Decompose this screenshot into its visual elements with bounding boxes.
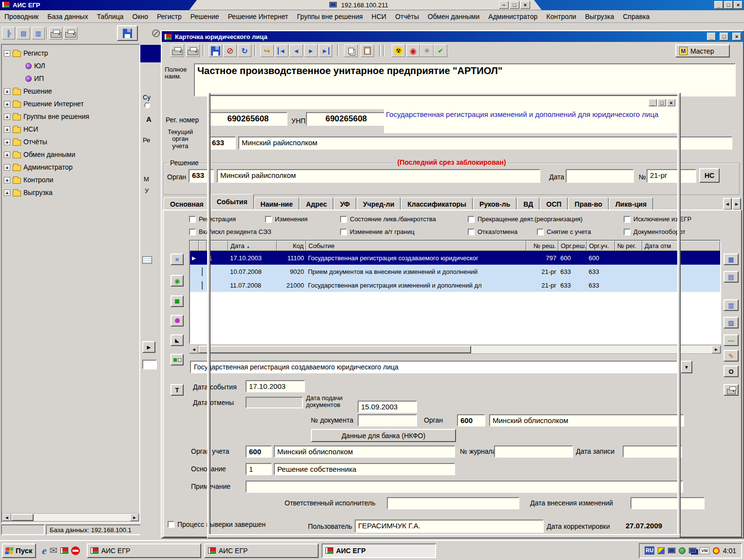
popup-close-button[interactable]: × [667,99,675,106]
grid-copy-view-button[interactable]: ▤ [724,271,739,283]
tab-naimenovanie[interactable]: Наим-ние [254,197,299,211]
save-big-button[interactable] [117,25,138,41]
tab-sobytiya[interactable]: События [210,194,254,209]
tab-adres[interactable]: Адрес [300,197,333,211]
tab-pravo[interactable]: Прав-во [568,197,609,211]
checkbox[interactable] [468,229,475,235]
menu-administrator[interactable]: Администратор [484,10,542,23]
card-close-button[interactable]: × [732,33,741,40]
minimize-button[interactable]: _ [714,1,723,9]
tree-node-administrator[interactable]: + Администратор [4,161,139,174]
checkbox[interactable] [265,216,272,223]
tree-scrollbar[interactable]: ◄ ► [2,513,139,521]
grid-scrollbar[interactable]: ◄ ► [189,345,721,354]
bank-data-button[interactable]: Данные для банка (НКФО) [311,429,456,442]
filter-refusal[interactable]: Отказ/отмена [468,228,517,235]
filter-docflow[interactable]: Документооборот [624,228,686,235]
decision-date-field[interactable] [566,169,634,183]
organ-code-field[interactable]: 600 [457,414,485,426]
grid-layout-button[interactable]: ▨ [724,317,739,328]
tree-node-groups[interactable]: + Группы вне решения [4,110,139,123]
user-field[interactable]: ГЕРАСИМЧУК Г.А. [355,520,544,533]
authority-code-field[interactable]: 633 [209,136,236,150]
rdp-minimize-button[interactable]: – [499,1,509,9]
expand-icon[interactable]: + [4,139,10,145]
master-button[interactable]: М Мастер [675,44,730,58]
menu-window[interactable]: Окно [128,10,153,23]
doc-num-field[interactable] [358,414,417,426]
tray-alarm-icon[interactable] [713,547,720,554]
tree-node-decision-internet[interactable]: + Решение Интернет [4,97,139,110]
header-reg-no[interactable]: № рег. [615,241,642,251]
grid-export-button[interactable]: ▦ [724,253,739,265]
card-titlebar[interactable]: Карточка юридического лица _ □ × [162,31,743,42]
header-decision-no[interactable]: № реш. [526,241,558,251]
tray-icon-1[interactable] [658,547,665,554]
play-button[interactable]: ► [142,341,155,353]
basis-name-field[interactable]: Решение собственника [274,463,455,475]
filter-exclusion[interactable]: Исключение из ЕГР [624,215,691,223]
account-name-field[interactable]: Минский облисполком [274,445,455,458]
header-date[interactable]: Дата ▲ [228,241,277,251]
filter-termination[interactable]: Прекращение деят.(реорганизация) [468,215,583,223]
card-refresh-button[interactable]: ↻ [238,44,251,57]
table-row-selected[interactable]: ▶ 1 17.10.2003 11100 Государственная рег… [190,251,720,265]
close-button[interactable]: × [734,1,743,9]
table-row[interactable]: 10.07.2008 9020 Прием документов на внес… [190,265,720,278]
checkbox[interactable] [624,216,630,223]
paste-button[interactable] [361,44,374,57]
radiation-button[interactable]: ☢ [392,44,405,57]
card-print-setup-button[interactable] [171,44,184,57]
expand-icon[interactable]: + [4,101,10,107]
grid-edit-button[interactable]: ✎ [724,350,739,362]
menu-database[interactable]: База данных [43,10,92,23]
checkbox[interactable] [537,229,544,235]
menu-provodnik[interactable]: Проводник [0,10,43,23]
scroll-right-arrow[interactable]: ► [130,514,139,521]
letter-o-button[interactable]: О [724,366,739,377]
decision-num-field[interactable]: 21-рг [647,169,696,183]
tree-node-decision[interactable]: + Решение [4,85,139,97]
approve-button[interactable]: ✔ [434,44,447,57]
basis-code-field[interactable]: 1 [246,463,272,475]
popup-titlebar[interactable]: _ □ × [210,96,677,109]
header-event[interactable]: Событие [306,241,526,251]
expand-icon[interactable]: + [4,152,10,158]
expand-icon[interactable]: + [4,190,10,196]
header-code[interactable]: Код [277,241,306,251]
menu-controls[interactable]: Контроли [542,10,580,23]
tree-node-nsi[interactable]: + НСИ [4,123,139,135]
task-button-2[interactable]: АИС ЕГР [204,543,319,558]
menu-table[interactable]: Таблица [93,10,128,23]
scroll-left-arrow[interactable]: ◄ [2,514,11,521]
tree-node-yul[interactable]: ЮЛ [4,59,139,72]
tree-node-export[interactable]: + Выгрузка [4,186,139,199]
tree-node-registr[interactable]: − Регистр [4,47,139,59]
grid-insert-column-button[interactable]: ▥ [724,299,739,311]
restore-button[interactable]: □ [724,1,733,9]
rdp-restore-button[interactable]: □ [510,1,519,9]
org-list-button[interactable]: ▤ [17,27,30,39]
tab-rukovoditel[interactable]: Руков-ль [473,197,516,211]
tree-node-reports[interactable]: + Отчёты [4,135,139,148]
expand-icon[interactable]: + [4,114,10,120]
text-mode-button[interactable]: Т [171,384,184,396]
expand-icon[interactable]: + [4,88,10,95]
tab-uf[interactable]: УФ [334,197,356,211]
event-date-field[interactable]: 17.10.2003 [246,380,305,392]
verify-checkbox-group[interactable]: Процесс выверки завершен [168,521,266,528]
journal-field[interactable] [494,445,573,458]
tools-button[interactable]: ✳ [420,44,434,57]
checkbox[interactable] [468,216,475,223]
menu-help[interactable]: Справка [618,10,654,23]
ie-quicklaunch-icon[interactable]: e [42,544,47,557]
copy-button[interactable] [344,44,358,57]
popup-minimize-button[interactable]: _ [649,99,657,106]
card-restore-button[interactable]: □ [720,33,728,40]
nav-next-button[interactable]: ► [304,44,318,57]
popup-restore-button[interactable]: □ [658,99,666,106]
nav-prev-button[interactable]: ◄ [289,44,303,57]
filter-liquidation-state[interactable]: Состояние ликв./банкротства [340,215,436,223]
tray-monitor2-icon[interactable] [689,548,696,553]
event-combo[interactable]: Государственная регистрация создаваемого… [190,361,677,373]
